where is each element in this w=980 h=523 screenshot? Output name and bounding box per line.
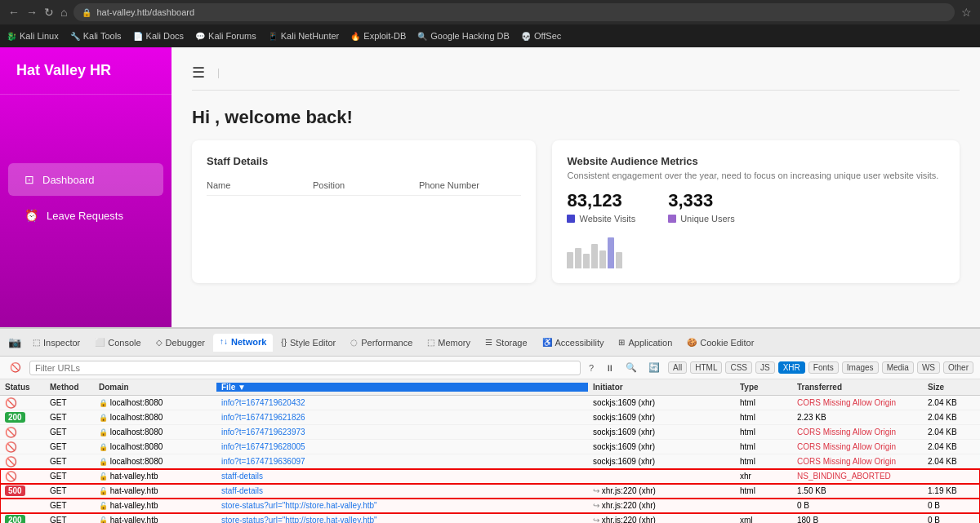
- tab-style-editor[interactable]: {} Style Editor: [274, 335, 342, 351]
- table-row[interactable]: 🚫 GET 🔒 localhost:8080 info?t=1674719623…: [0, 425, 980, 440]
- pause-btn[interactable]: ⏸: [602, 361, 617, 375]
- search-btn[interactable]: 🔍: [622, 361, 640, 375]
- tab-inspector[interactable]: ⬚ Inspector: [26, 335, 87, 351]
- metrics-title: Website Audience Metrics: [567, 155, 945, 167]
- tab-console-label: Console: [108, 338, 140, 348]
- table-row[interactable]: 🚫 GET 🔒 localhost:8080 info?t=1674719636…: [0, 454, 980, 469]
- tab-network[interactable]: ↑↓ Network: [213, 334, 273, 352]
- filter-media[interactable]: Media: [882, 361, 914, 374]
- bookmark-kali-linux[interactable]: 🐉 Kali Linux: [7, 31, 59, 41]
- initiator-cell: sockjs:1609 (xhr): [588, 442, 735, 451]
- tab-cookie-editor[interactable]: 🍪 Cookie Editor: [680, 335, 760, 351]
- staff-table-header: Name Position Phone Number: [207, 175, 521, 196]
- status-cell: 500: [0, 485, 45, 496]
- back-button[interactable]: ←: [8, 6, 20, 19]
- method-cell: GET: [45, 472, 94, 481]
- tab-performance[interactable]: ◌ Performance: [344, 335, 419, 351]
- address-bar[interactable]: 🔒 hat-valley.htb/dashboard: [74, 3, 955, 21]
- file-cell[interactable]: info?t=1674719636097: [216, 457, 588, 466]
- method-cell: GET: [45, 428, 94, 437]
- divider: |: [217, 67, 220, 78]
- home-button[interactable]: ⌂: [60, 6, 67, 19]
- filter-images[interactable]: Images: [842, 361, 879, 374]
- dashboard-icon: ⊡: [24, 173, 34, 186]
- tab-storage[interactable]: ☰ Storage: [479, 335, 534, 351]
- table-header-row: Status Method Domain File ▼ Initiator Ty…: [0, 379, 980, 396]
- filter-css[interactable]: CSS: [725, 361, 752, 374]
- file-cell[interactable]: store-status?url="http://store.hat-valle…: [216, 501, 588, 510]
- bookmark-exploit-db[interactable]: 🔥 Exploit-DB: [350, 31, 406, 41]
- bookmark-kali-docs[interactable]: 📄 Kali Docs: [133, 31, 184, 41]
- tab-style-label: Style Editor: [290, 338, 336, 348]
- status-cell: 🚫: [0, 456, 45, 468]
- bookmark-kali-tools[interactable]: 🔧 Kali Tools: [70, 31, 122, 41]
- file-cell[interactable]: store-status?url="http://store.hat-valle…: [216, 516, 588, 523]
- table-row[interactable]: 🚫 GET 🔒 localhost:8080 info?t=1674719620…: [0, 396, 980, 410]
- bar-4: [591, 244, 598, 268]
- filter-all[interactable]: All: [668, 361, 687, 374]
- metric-users: 3,333 Unique Users: [668, 190, 735, 224]
- bookmark-kali-nethunter[interactable]: 📱 Kali NetHunter: [268, 31, 340, 41]
- file-cell[interactable]: info?t=1674719621826: [216, 413, 588, 422]
- devtools-screenshot-btn[interactable]: 📷: [5, 335, 24, 350]
- filter-other[interactable]: Other: [943, 361, 973, 374]
- filter-input[interactable]: [29, 361, 581, 375]
- transferred-cell: 2.23 KB: [792, 413, 923, 422]
- tab-debugger[interactable]: ◇ Debugger: [149, 335, 212, 351]
- sidebar-item-leave-requests[interactable]: ⏰ Leave Requests: [8, 199, 163, 232]
- filter-js[interactable]: JS: [755, 361, 775, 374]
- bookmark-offsec[interactable]: 💀 OffSec: [521, 31, 561, 41]
- tab-application[interactable]: ⊞ Application: [612, 335, 679, 351]
- file-cell[interactable]: info?t=1674719620432: [216, 398, 588, 407]
- bookmark-google-hacking[interactable]: 🔍 Google Hacking DB: [417, 31, 510, 41]
- transferred-cell: 180 B: [792, 516, 923, 523]
- sidebar-item-dashboard[interactable]: ⊡ Dashboard: [8, 163, 163, 196]
- method-cell: GET: [45, 442, 94, 451]
- header-initiator: Initiator: [588, 383, 735, 392]
- table-row[interactable]: 200 GET 🔒 localhost:8080 info?t=16747196…: [0, 410, 980, 425]
- table-row[interactable]: 500 GET 🔓 hat-valley.htb staff-details ↪…: [0, 484, 980, 499]
- table-row[interactable]: GET 🔓 hat-valley.htb store-status?url="h…: [0, 499, 980, 513]
- table-row[interactable]: 🚫 GET 🔓 hat-valley.htb staff-details xhr…: [0, 469, 980, 484]
- help-btn[interactable]: ?: [586, 361, 597, 375]
- filter-xhr[interactable]: XHR: [778, 361, 805, 374]
- domain-cell: 🔒 localhost:8080: [94, 428, 216, 437]
- forward-button[interactable]: →: [26, 6, 38, 19]
- kali-docs-icon: 📄: [133, 32, 143, 41]
- inspector-icon: ⬚: [33, 338, 40, 347]
- size-cell: 2.04 KB: [923, 457, 980, 466]
- tab-accessibility[interactable]: ♿ Accessibility: [536, 335, 611, 351]
- metrics-desc: Consistent engagement over the year, nee…: [567, 171, 945, 180]
- filter-html[interactable]: HTML: [690, 361, 722, 374]
- file-cell[interactable]: staff-details: [216, 486, 588, 495]
- filter-fonts[interactable]: Fonts: [808, 361, 839, 374]
- transferred-cell: 1.50 KB: [792, 486, 923, 495]
- reload-button[interactable]: ↻: [44, 6, 54, 19]
- throttle-btn[interactable]: 🔄: [645, 361, 663, 375]
- filter-ws[interactable]: WS: [917, 361, 940, 374]
- domain-cell: 🔓 hat-valley.htb: [94, 486, 216, 495]
- initiator-cell: sockjs:1609 (xhr): [588, 413, 735, 422]
- size-cell: 0 B: [923, 516, 980, 523]
- kali-linux-icon: 🐉: [7, 32, 16, 41]
- bookmark-kali-forums[interactable]: 💬 Kali Forums: [195, 31, 256, 41]
- method-cell: GET: [45, 516, 94, 523]
- header-domain: Domain: [94, 383, 216, 392]
- file-cell[interactable]: info?t=1674719628005: [216, 442, 588, 451]
- hamburger-icon[interactable]: ☰: [192, 64, 205, 82]
- file-cell[interactable]: info?t=1674719623973: [216, 428, 588, 437]
- tab-console[interactable]: ⬜ Console: [88, 335, 147, 351]
- table-row[interactable]: 200 GET 🔓 hat-valley.htb store-status?ur…: [0, 513, 980, 523]
- lock-icon: 🔒: [82, 8, 91, 17]
- tab-memory[interactable]: ⬚ Memory: [421, 335, 477, 351]
- file-cell[interactable]: staff-details: [216, 472, 588, 481]
- tab-accessibility-label: Accessibility: [555, 338, 604, 348]
- table-row[interactable]: 🚫 GET 🔒 localhost:8080 info?t=1674719628…: [0, 440, 980, 454]
- filter-tags: All HTML CSS JS XHR Fonts Images Media W…: [668, 361, 973, 374]
- type-cell: html: [735, 398, 792, 407]
- bookmark-button[interactable]: ☆: [961, 6, 972, 19]
- method-cell: GET: [45, 486, 94, 495]
- tab-cookie-label: Cookie Editor: [700, 338, 754, 348]
- clear-btn[interactable]: 🚫: [7, 361, 24, 375]
- style-editor-icon: {}: [281, 338, 287, 347]
